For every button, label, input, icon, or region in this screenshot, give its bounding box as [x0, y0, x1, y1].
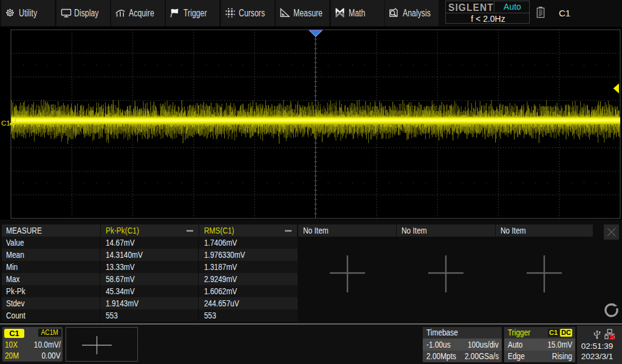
svg-text:C1: C1	[1, 120, 10, 127]
